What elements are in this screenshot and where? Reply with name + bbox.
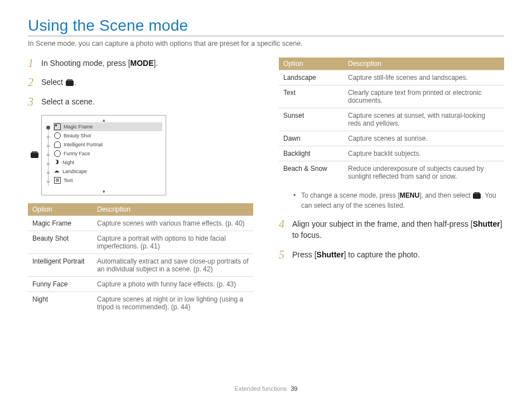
- opt-name: Funny Face: [28, 276, 93, 291]
- opt-name: Sunset: [279, 108, 344, 131]
- scene-icon: [473, 193, 481, 199]
- step-4: 4 Align your subject in the frame, and t…: [279, 218, 504, 241]
- scene-item-night: Night: [54, 158, 162, 167]
- beauty-icon: [54, 132, 61, 139]
- th-option: Option: [28, 203, 93, 216]
- selection-rail: [45, 122, 51, 189]
- th-description: Description: [344, 58, 504, 70]
- scene-item-text: Text: [54, 176, 162, 185]
- table-row: Beauty ShotCapture a portrait with optio…: [28, 231, 253, 253]
- mode-key: MODE: [130, 59, 154, 68]
- opt-name: Dawn: [279, 131, 344, 146]
- step-number: 4: [279, 216, 284, 232]
- step-1-text-c: ].: [154, 59, 158, 68]
- opt-name: Beauty Shot: [28, 231, 93, 253]
- title-rule: [28, 36, 504, 36]
- th-option: Option: [279, 58, 344, 70]
- opt-desc: Capture a photo with funny face effects.…: [93, 276, 253, 291]
- change-scene-note: To change a scene mode, press [MENU], an…: [279, 190, 504, 210]
- scene-item-landscape: Landscape: [54, 167, 162, 176]
- landscape-icon: [54, 170, 60, 173]
- opt-name: Text: [279, 85, 344, 108]
- step-1-text-a: In Shooting mode, press [: [41, 59, 130, 68]
- scene-item-label: Text: [64, 178, 73, 183]
- opt-desc: Capture a portrait with options to hide …: [93, 231, 253, 253]
- step-3-text: Select a scene.: [41, 97, 95, 106]
- frame-icon: [54, 123, 61, 130]
- scene-item-intelligent-portrait: Intelligent Portrait: [54, 140, 162, 149]
- note-a: To change a scene mode, press [: [301, 192, 400, 199]
- scene-item-label: Night: [62, 160, 74, 165]
- page-title: Using the Scene mode: [28, 17, 504, 35]
- scene-icon: [66, 80, 74, 86]
- opt-desc: Capture scenes at sunrise.: [344, 131, 504, 146]
- table-row: TextClearly capture text from printed or…: [279, 85, 504, 108]
- scene-list: Magic Frame Beauty Shot Intelligent Port…: [54, 122, 162, 189]
- scene-item-magic-frame: Magic Frame: [53, 122, 162, 131]
- opt-name: Intelligent Portrait: [28, 253, 93, 276]
- options-table-right: Option Description LandscapeCapture stil…: [279, 58, 504, 184]
- opt-name: Landscape: [279, 70, 344, 85]
- scene-item-label: Landscape: [62, 169, 87, 174]
- step-2: 2 Select .: [28, 76, 253, 88]
- scene-item-label: Intelligent Portrait: [64, 142, 103, 147]
- opt-desc: Capture scenes with various frame effect…: [93, 216, 253, 231]
- opt-desc: Clearly capture text from printed or ele…: [344, 85, 504, 108]
- opt-desc: Capture backlit subjects.: [344, 146, 504, 161]
- footer-section: Extended functions: [235, 385, 287, 392]
- table-row: NightCapture scenes at night or in low l…: [28, 291, 253, 314]
- th-description: Description: [93, 203, 253, 216]
- scroll-up-icon: ▴: [45, 118, 162, 122]
- intro-text: In Scene mode, you can capture a photo w…: [28, 40, 504, 47]
- step-number: 1: [28, 55, 33, 71]
- page-number: 39: [291, 385, 297, 392]
- text-icon: [54, 177, 61, 184]
- scene-item-label: Magic Frame: [64, 124, 93, 130]
- step-1: 1 In Shooting mode, press [MODE].: [28, 58, 253, 69]
- table-row: DawnCapture scenes at sunrise.: [279, 131, 504, 146]
- funny-icon: [54, 150, 61, 157]
- note-c: ], and then select: [419, 192, 472, 199]
- scene-item-beauty-shot: Beauty Shot: [54, 131, 162, 140]
- portrait-icon: [54, 141, 61, 148]
- opt-desc: Capture scenes at sunset, with natural-l…: [344, 108, 504, 131]
- opt-desc: Capture scenes at night or in low lighti…: [93, 291, 253, 314]
- scroll-down-icon: ▾: [45, 189, 162, 194]
- opt-name: Beach & Snow: [279, 161, 344, 184]
- step-number: 2: [28, 74, 33, 90]
- step-2-text: Select: [41, 78, 65, 87]
- night-icon: [54, 160, 60, 165]
- step-4-a: Align your subject in the frame, and the…: [292, 219, 473, 228]
- step-5-c: ] to capture the photo.: [344, 250, 420, 259]
- scene-item-label: Funny Face: [64, 151, 90, 156]
- table-row: Beach & SnowReduce underexposure of subj…: [279, 161, 504, 184]
- opt-name: Backlight: [279, 146, 344, 161]
- table-row: SunsetCapture scenes at sunset, with nat…: [279, 108, 504, 131]
- step-3: 3 Select a scene.: [28, 96, 253, 107]
- shutter-key: Shutter: [317, 250, 344, 259]
- table-row: Intelligent PortraitAutomatically extrac…: [28, 253, 253, 276]
- step-number: 3: [28, 94, 33, 110]
- options-table-left: Option Description Magic FrameCapture sc…: [28, 203, 253, 314]
- right-column: Option Description LandscapeCapture stil…: [279, 58, 504, 321]
- table-row: Funny FaceCapture a photo with funny fac…: [28, 276, 253, 291]
- scene-menu-preview: ▴ Magic Frame Beauty Shot Intelligent Po…: [41, 115, 166, 195]
- opt-desc: Automatically extract and save close-up …: [93, 253, 253, 276]
- table-row: LandscapeCapture still-life scenes and l…: [279, 70, 504, 85]
- opt-name: Magic Frame: [28, 216, 93, 231]
- step-2-text-end: .: [74, 78, 76, 87]
- left-column: 1 In Shooting mode, press [MODE]. 2 Sele…: [28, 58, 253, 321]
- opt-name: Night: [28, 291, 93, 314]
- scene-item-label: Beauty Shot: [64, 133, 91, 138]
- table-row: BacklightCapture backlit subjects.: [279, 146, 504, 161]
- step-number: 5: [279, 247, 284, 263]
- opt-desc: Reduce underexposure of subjects caused …: [344, 161, 504, 184]
- step-5-a: Press [: [292, 250, 317, 259]
- step-5: 5 Press [Shutter] to capture the photo.: [279, 249, 504, 260]
- scene-icon: [31, 152, 38, 158]
- shutter-key: Shutter: [473, 219, 500, 228]
- opt-desc: Capture still-life scenes and landscapes…: [344, 70, 504, 85]
- scene-item-funny-face: Funny Face: [54, 149, 162, 158]
- table-row: Magic FrameCapture scenes with various f…: [28, 216, 253, 231]
- menu-key: MENU: [400, 192, 419, 199]
